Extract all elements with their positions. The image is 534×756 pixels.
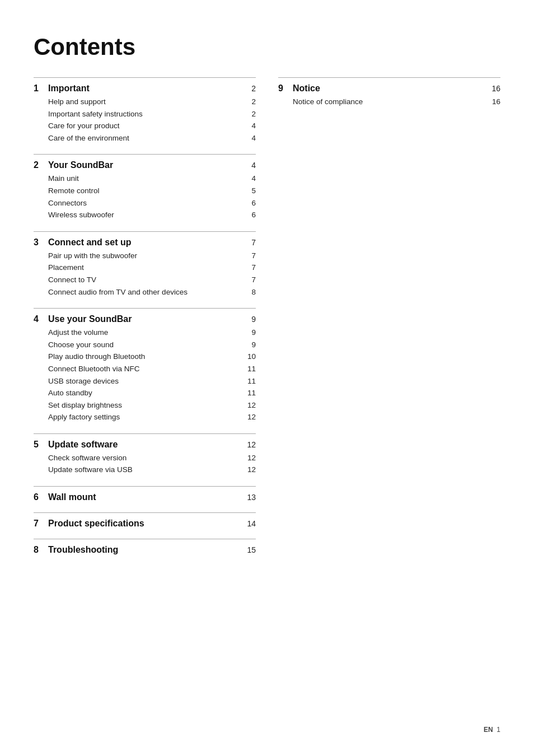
sub-item-label: Notice of compliance: [293, 96, 363, 108]
section-title-2: Your SoundBar: [48, 160, 245, 170]
page-title: Contents: [34, 34, 500, 60]
sub-item-page: 2: [242, 96, 256, 108]
footer-page: 1: [496, 726, 500, 734]
sub-item-label: Placement: [48, 262, 84, 274]
sub-item-page: 9: [242, 339, 256, 351]
sub-item-page: 7: [242, 250, 256, 262]
toc-section-3: 3Connect and set up7Pair up with the sub…: [34, 237, 256, 298]
section-header-4: 4Use your SoundBar9: [34, 314, 256, 324]
sub-item-page: 7: [242, 262, 256, 274]
sub-item-label: Update software via USB: [48, 464, 133, 476]
sub-item-page: 10: [242, 351, 256, 363]
section-title-4: Use your SoundBar: [48, 314, 245, 324]
section-number-9: 9: [278, 83, 288, 94]
sub-item-label: Care of the environment: [48, 132, 129, 144]
toc-section-5: 5Update software12Check software version…: [34, 440, 256, 476]
sub-item: Care for your product4: [48, 120, 256, 132]
sub-item-label: Important safety instructions: [48, 108, 143, 120]
sub-item: Placement7: [48, 262, 256, 274]
section-page-7: 14: [245, 519, 256, 528]
sub-item-label: Help and support: [48, 96, 106, 108]
section-number-7: 7: [34, 519, 44, 529]
section-number-6: 6: [34, 492, 44, 502]
sub-item-label: Connect to TV: [48, 274, 96, 286]
sub-item: Play audio through Bluetooth10: [48, 351, 256, 363]
section-header-8: 8Troubleshooting15: [34, 545, 256, 555]
sub-items-1: Help and support2Important safety instru…: [48, 96, 256, 144]
sub-item: Main unit4: [48, 172, 256, 185]
section-number-8: 8: [34, 545, 44, 555]
sub-item-page: 5: [242, 185, 256, 197]
sub-item-label: Remote control: [48, 185, 100, 197]
sub-item-page: 16: [486, 96, 500, 108]
sub-item-label: Connect Bluetooth via NFC: [48, 363, 140, 375]
section-title-8: Troubleshooting: [48, 545, 245, 555]
section-header-9: 9Notice16: [278, 83, 500, 94]
sub-item-label: Connect audio from TV and other devices: [48, 286, 188, 298]
sub-item-label: Connectors: [48, 197, 87, 209]
sub-item-page: 9: [242, 326, 256, 339]
right-column: 9Notice16Notice of compliance16: [278, 77, 500, 565]
sub-item-label: Play audio through Bluetooth: [48, 351, 145, 363]
sub-item-page: 6: [242, 197, 256, 209]
sub-item: Notice of compliance16: [293, 96, 500, 108]
toc-section-8: 8Troubleshooting15: [34, 545, 256, 555]
section-page-6: 13: [245, 493, 256, 502]
sub-item-page: 4: [242, 120, 256, 132]
toc-section-6: 6Wall mount13: [34, 492, 256, 502]
sub-item: Connect Bluetooth via NFC11: [48, 363, 256, 375]
sub-item-page: 12: [242, 452, 256, 464]
sub-item-label: Main unit: [48, 172, 79, 185]
sub-item: Pair up with the subwoofer7: [48, 250, 256, 262]
section-title-7: Product specifications: [48, 519, 245, 529]
toc-section-9: 9Notice16Notice of compliance16: [278, 83, 500, 108]
section-number-2: 2: [34, 160, 44, 170]
sub-item: Help and support2: [48, 96, 256, 108]
section-page-9: 16: [489, 84, 500, 93]
footer: EN 1: [484, 726, 500, 734]
sub-item-page: 2: [242, 108, 256, 120]
sub-item-page: 12: [242, 464, 256, 476]
section-title-1: Important: [48, 83, 245, 94]
sub-item: Care of the environment4: [48, 132, 256, 144]
sub-item-page: 4: [242, 172, 256, 185]
sub-items-2: Main unit4Remote control5Connectors6Wire…: [48, 172, 256, 221]
section-title-6: Wall mount: [48, 492, 245, 502]
section-page-8: 15: [245, 545, 256, 554]
section-number-1: 1: [34, 83, 44, 94]
footer-lang: EN: [484, 726, 493, 734]
sub-item: Adjust the volume9: [48, 326, 256, 339]
sub-items-9: Notice of compliance16: [293, 96, 500, 108]
sub-item-page: 12: [242, 399, 256, 412]
sub-items-3: Pair up with the subwoofer7Placement7Con…: [48, 250, 256, 298]
section-header-5: 5Update software12: [34, 440, 256, 450]
section-title-9: Notice: [293, 83, 489, 94]
sub-item-page: 8: [242, 286, 256, 298]
section-header-3: 3Connect and set up7: [34, 237, 256, 248]
sub-item-page: 11: [242, 375, 256, 388]
sub-item-label: Set display brightness: [48, 399, 122, 412]
sub-item: Important safety instructions2: [48, 108, 256, 120]
section-page-4: 9: [245, 315, 256, 324]
sub-item: Set display brightness12: [48, 399, 256, 412]
sub-item-page: 12: [242, 411, 256, 423]
section-header-7: 7Product specifications14: [34, 519, 256, 529]
sub-item-label: Apply factory settings: [48, 411, 120, 423]
sub-item: Auto standby11: [48, 387, 256, 399]
sub-item-label: Wireless subwoofer: [48, 209, 114, 221]
sub-item: Update software via USB12: [48, 464, 256, 476]
sub-items-4: Adjust the volume9Choose your sound9Play…: [48, 326, 256, 423]
sub-item: Remote control5: [48, 185, 256, 197]
sub-item-page: 11: [242, 363, 256, 375]
sub-item-label: Adjust the volume: [48, 326, 108, 339]
left-column: 1Important2Help and support2Important sa…: [34, 77, 256, 565]
sub-items-5: Check software version12Update software …: [48, 452, 256, 476]
sub-item: USB storage devices11: [48, 375, 256, 388]
section-header-6: 6Wall mount13: [34, 492, 256, 502]
section-number-5: 5: [34, 440, 44, 450]
sub-item: Connect audio from TV and other devices8: [48, 286, 256, 298]
section-title-3: Connect and set up: [48, 237, 245, 248]
section-page-5: 12: [245, 440, 256, 449]
sub-item-label: USB storage devices: [48, 375, 119, 388]
toc-section-7: 7Product specifications14: [34, 519, 256, 529]
